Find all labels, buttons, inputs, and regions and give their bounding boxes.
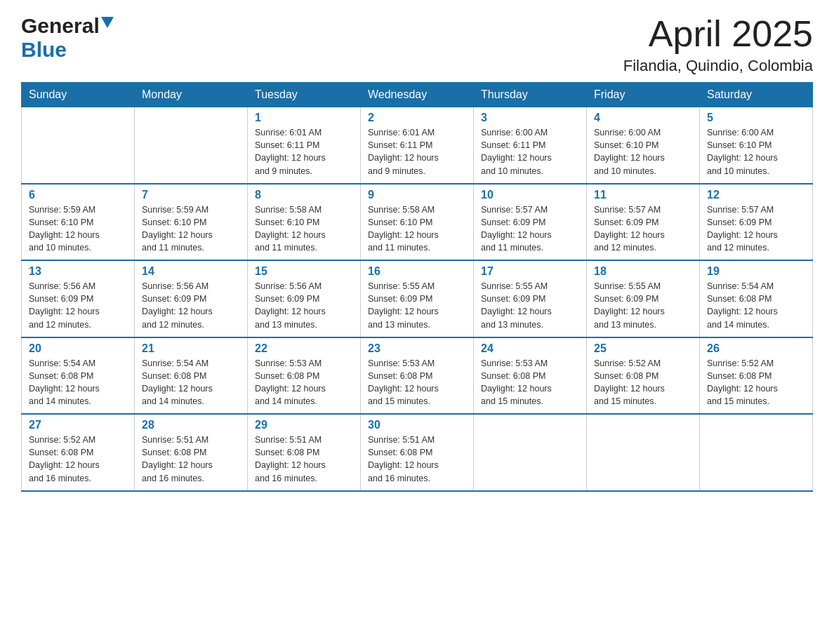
day-number: 28 (142, 419, 240, 431)
day-number: 14 (142, 265, 240, 278)
day-info: Sunrise: 5:59 AMSunset: 6:10 PMDaylight:… (29, 203, 127, 255)
calendar-cell: 24Sunrise: 5:53 AMSunset: 6:08 PMDayligh… (474, 337, 587, 415)
day-number: 21 (142, 342, 240, 355)
logo-blue-text: Blue (21, 38, 67, 62)
calendar-cell: 17Sunrise: 5:55 AMSunset: 6:09 PMDayligh… (474, 260, 587, 337)
weekday-header: Tuesday (248, 83, 361, 107)
calendar-week-row: 1Sunrise: 6:01 AMSunset: 6:11 PMDaylight… (22, 107, 813, 184)
calendar-cell: 4Sunrise: 6:00 AMSunset: 6:10 PMDaylight… (587, 107, 700, 184)
day-number: 15 (255, 265, 353, 278)
day-info: Sunrise: 5:59 AMSunset: 6:10 PMDaylight:… (142, 203, 240, 255)
weekday-header: Monday (135, 83, 248, 107)
calendar-cell: 30Sunrise: 5:51 AMSunset: 6:08 PMDayligh… (361, 414, 474, 491)
calendar-cell: 21Sunrise: 5:54 AMSunset: 6:08 PMDayligh… (135, 337, 248, 415)
day-number: 23 (368, 342, 466, 355)
weekday-header: Wednesday (361, 83, 474, 107)
day-info: Sunrise: 5:57 AMSunset: 6:09 PMDaylight:… (707, 203, 805, 255)
day-number: 17 (481, 265, 579, 278)
day-info: Sunrise: 5:52 AMSunset: 6:08 PMDaylight:… (594, 357, 692, 408)
calendar-cell (474, 414, 587, 491)
day-info: Sunrise: 5:57 AMSunset: 6:09 PMDaylight:… (594, 203, 692, 255)
calendar-cell: 29Sunrise: 5:51 AMSunset: 6:08 PMDayligh… (248, 414, 361, 491)
day-number: 12 (707, 189, 805, 201)
day-number: 24 (481, 342, 579, 355)
calendar-cell: 9Sunrise: 5:58 AMSunset: 6:10 PMDaylight… (361, 184, 474, 261)
day-number: 29 (255, 419, 353, 431)
calendar-cell: 15Sunrise: 5:56 AMSunset: 6:09 PMDayligh… (248, 260, 361, 337)
day-number: 16 (368, 265, 466, 278)
day-number: 20 (29, 342, 127, 355)
day-number: 8 (255, 189, 353, 201)
logo-arrow-icon (101, 17, 114, 32)
calendar-cell (587, 414, 700, 491)
day-info: Sunrise: 5:55 AMSunset: 6:09 PMDaylight:… (481, 280, 579, 331)
day-info: Sunrise: 6:00 AMSunset: 6:10 PMDaylight:… (707, 126, 805, 177)
day-info: Sunrise: 5:56 AMSunset: 6:09 PMDaylight:… (142, 280, 240, 331)
day-info: Sunrise: 5:56 AMSunset: 6:09 PMDaylight:… (29, 280, 127, 331)
day-info: Sunrise: 5:54 AMSunset: 6:08 PMDaylight:… (142, 357, 240, 408)
day-number: 26 (707, 342, 805, 355)
calendar-cell: 16Sunrise: 5:55 AMSunset: 6:09 PMDayligh… (361, 260, 474, 337)
calendar-cell: 7Sunrise: 5:59 AMSunset: 6:10 PMDaylight… (135, 184, 248, 261)
calendar-cell: 8Sunrise: 5:58 AMSunset: 6:10 PMDaylight… (248, 184, 361, 261)
calendar-cell: 19Sunrise: 5:54 AMSunset: 6:08 PMDayligh… (700, 260, 813, 337)
calendar-cell: 18Sunrise: 5:55 AMSunset: 6:09 PMDayligh… (587, 260, 700, 337)
day-info: Sunrise: 5:53 AMSunset: 6:08 PMDaylight:… (481, 357, 579, 408)
weekday-header: Friday (587, 83, 700, 107)
calendar-cell: 6Sunrise: 5:59 AMSunset: 6:10 PMDaylight… (22, 184, 135, 261)
day-info: Sunrise: 6:00 AMSunset: 6:11 PMDaylight:… (481, 126, 579, 177)
svg-marker-0 (101, 17, 114, 28)
day-info: Sunrise: 5:54 AMSunset: 6:08 PMDaylight:… (707, 280, 805, 331)
logo-area: General Blue (21, 14, 114, 62)
weekday-header: Thursday (474, 83, 587, 107)
day-info: Sunrise: 5:57 AMSunset: 6:09 PMDaylight:… (481, 203, 579, 255)
calendar-cell (22, 107, 135, 184)
title-area: April 2025 Filandia, Quindio, Colombia (623, 14, 813, 75)
day-number: 3 (481, 112, 579, 124)
calendar-cell: 12Sunrise: 5:57 AMSunset: 6:09 PMDayligh… (700, 184, 813, 261)
day-info: Sunrise: 5:56 AMSunset: 6:09 PMDaylight:… (255, 280, 353, 331)
day-info: Sunrise: 5:52 AMSunset: 6:08 PMDaylight:… (707, 357, 805, 408)
day-info: Sunrise: 5:55 AMSunset: 6:09 PMDaylight:… (594, 280, 692, 331)
calendar-cell: 2Sunrise: 6:01 AMSunset: 6:11 PMDaylight… (361, 107, 474, 184)
calendar-table: SundayMondayTuesdayWednesdayThursdayFrid… (21, 82, 813, 492)
calendar-cell: 5Sunrise: 6:00 AMSunset: 6:10 PMDaylight… (700, 107, 813, 184)
day-number: 2 (368, 112, 466, 124)
day-info: Sunrise: 5:51 AMSunset: 6:08 PMDaylight:… (142, 434, 240, 485)
day-number: 25 (594, 342, 692, 355)
day-number: 22 (255, 342, 353, 355)
weekday-header: Sunday (22, 83, 135, 107)
day-info: Sunrise: 5:52 AMSunset: 6:08 PMDaylight:… (29, 434, 127, 485)
day-number: 1 (255, 112, 353, 124)
day-number: 6 (29, 189, 127, 201)
day-info: Sunrise: 5:58 AMSunset: 6:10 PMDaylight:… (255, 203, 353, 255)
day-number: 7 (142, 189, 240, 201)
page-title: April 2025 (623, 14, 813, 54)
day-info: Sunrise: 6:01 AMSunset: 6:11 PMDaylight:… (368, 126, 466, 177)
day-number: 5 (707, 112, 805, 124)
calendar-cell: 11Sunrise: 5:57 AMSunset: 6:09 PMDayligh… (587, 184, 700, 261)
day-info: Sunrise: 5:53 AMSunset: 6:08 PMDaylight:… (368, 357, 466, 408)
calendar-cell: 20Sunrise: 5:54 AMSunset: 6:08 PMDayligh… (22, 337, 135, 415)
day-info: Sunrise: 6:00 AMSunset: 6:10 PMDaylight:… (594, 126, 692, 177)
calendar-week-row: 13Sunrise: 5:56 AMSunset: 6:09 PMDayligh… (22, 260, 813, 337)
day-number: 30 (368, 419, 466, 431)
day-info: Sunrise: 6:01 AMSunset: 6:11 PMDaylight:… (255, 126, 353, 177)
page-subtitle: Filandia, Quindio, Colombia (623, 57, 813, 75)
day-number: 10 (481, 189, 579, 201)
calendar-cell: 22Sunrise: 5:53 AMSunset: 6:08 PMDayligh… (248, 337, 361, 415)
day-info: Sunrise: 5:53 AMSunset: 6:08 PMDaylight:… (255, 357, 353, 408)
page-header: General Blue April 2025 Filandia, Quindi… (21, 14, 813, 75)
day-number: 9 (368, 189, 466, 201)
day-info: Sunrise: 5:55 AMSunset: 6:09 PMDaylight:… (368, 280, 466, 331)
calendar-cell: 3Sunrise: 6:00 AMSunset: 6:11 PMDaylight… (474, 107, 587, 184)
calendar-cell: 25Sunrise: 5:52 AMSunset: 6:08 PMDayligh… (587, 337, 700, 415)
calendar-cell: 1Sunrise: 6:01 AMSunset: 6:11 PMDaylight… (248, 107, 361, 184)
day-number: 4 (594, 112, 692, 124)
day-info: Sunrise: 5:58 AMSunset: 6:10 PMDaylight:… (368, 203, 466, 255)
calendar-week-row: 6Sunrise: 5:59 AMSunset: 6:10 PMDaylight… (22, 184, 813, 261)
calendar-week-row: 20Sunrise: 5:54 AMSunset: 6:08 PMDayligh… (22, 337, 813, 415)
calendar-cell (135, 107, 248, 184)
day-number: 11 (594, 189, 692, 201)
weekday-header: Saturday (700, 83, 813, 107)
